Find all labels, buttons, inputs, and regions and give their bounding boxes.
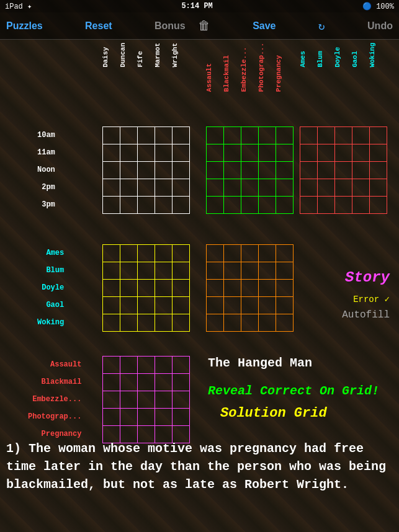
motive-assault: Assault <box>28 356 81 373</box>
col-label-embezzle: Embezzle... <box>241 43 258 92</box>
clue-text: 1) The woman whose motive was pregnancy … <box>6 440 393 494</box>
nav-bar: Puzzles Reset Bonus 🗑 Save ↻ Undo <box>0 12 399 40</box>
battery-label: 🔵 100% <box>362 2 394 11</box>
time-11am: 11am <box>37 144 55 161</box>
col-labels-group1: Daisy Duncan Fife Marmot Wright <box>102 43 189 68</box>
col-label-duncan: Duncan <box>120 43 137 68</box>
motive-embezzle: Embezzle... <box>28 391 81 408</box>
nav-center: Bonus 🗑 <box>155 19 210 33</box>
solution-grid-text[interactable]: Solution Grid <box>220 406 327 421</box>
story-button[interactable]: Story <box>345 269 390 286</box>
status-time: 5:14 PM <box>181 2 212 11</box>
error-label: Error ✓ <box>353 294 390 304</box>
motive-blackmail: Blackmail <box>28 373 81 391</box>
undo-button[interactable]: Undo <box>367 20 393 32</box>
col-label-gaol-top: Gaol <box>352 43 369 68</box>
name-row-labels: Ames Blum Doyle Gaol Woking <box>37 244 64 331</box>
col-label-photograp: Photograp... <box>258 43 276 92</box>
col-label-fife: Fife <box>137 43 155 68</box>
name-ames: Ames <box>37 244 64 262</box>
name-doyle: Doyle <box>37 279 64 296</box>
grid-orange-names-motives[interactable] <box>206 244 294 332</box>
status-right: 🔵 100% <box>362 2 394 11</box>
puzzle-area: Daisy Duncan Fife Marmot Wright Assault … <box>0 40 399 532</box>
col-label-blackmail: Blackmail <box>223 43 241 92</box>
time-noon: Noon <box>37 161 55 179</box>
refresh-icon[interactable]: ↻ <box>318 19 325 33</box>
grid-yellow-names[interactable] <box>102 244 190 332</box>
name-blum: Blum <box>37 262 64 279</box>
col-labels-group3: Ames Blum Doyle Gaol Woking <box>300 43 387 68</box>
reset-button[interactable]: Reset <box>85 20 112 32</box>
col-labels-group2: Assault Blackmail Embezzle... Photograp.… <box>206 43 293 92</box>
col-label-marmot: Marmot <box>155 43 172 68</box>
col-label-assault: Assault <box>206 43 223 92</box>
save-button[interactable]: Save <box>253 20 276 32</box>
ipad-label: iPad ✦ <box>5 2 32 11</box>
grid-magenta-motives[interactable] <box>102 356 190 443</box>
col-label-ames-top: Ames <box>300 43 317 68</box>
name-woking: Woking <box>37 314 64 331</box>
motive-photograp: Photograp... <box>28 408 81 425</box>
bonus-button[interactable]: Bonus <box>155 20 186 32</box>
grid-white-times-names[interactable] <box>102 126 190 214</box>
autofill-button[interactable]: Autofill <box>342 309 390 321</box>
hangedman-title: The Hanged Man <box>208 356 312 370</box>
col-label-blum-top: Blum <box>317 43 334 68</box>
trash-icon[interactable]: 🗑 <box>198 19 210 33</box>
status-bar: iPad ✦ 5:14 PM 🔵 100% <box>0 0 399 12</box>
grid-red-times-suspects[interactable] <box>300 126 387 214</box>
col-label-woking-top: Woking <box>369 43 387 68</box>
time-10am: 10am <box>37 126 55 144</box>
time-3pm: 3pm <box>37 196 55 213</box>
motive-row-labels: Assault Blackmail Embezzle... Photograp.… <box>28 356 81 443</box>
name-gaol: Gaol <box>37 296 64 314</box>
col-label-wright: Wright <box>172 43 189 68</box>
puzzles-button[interactable]: Puzzles <box>6 20 43 32</box>
time-2pm: 2pm <box>37 179 55 196</box>
reveal-text[interactable]: Reveal Correct On Grid! <box>208 384 379 398</box>
time-row-labels: 10am 11am Noon 2pm 3pm <box>37 126 55 213</box>
col-label-daisy: Daisy <box>102 43 120 68</box>
col-label-pregnancy: Pregnancy <box>276 43 293 92</box>
status-left: iPad ✦ <box>5 2 32 11</box>
col-label-doyle-top: Doyle <box>334 43 352 68</box>
grid-green-times-motives[interactable] <box>206 126 294 214</box>
